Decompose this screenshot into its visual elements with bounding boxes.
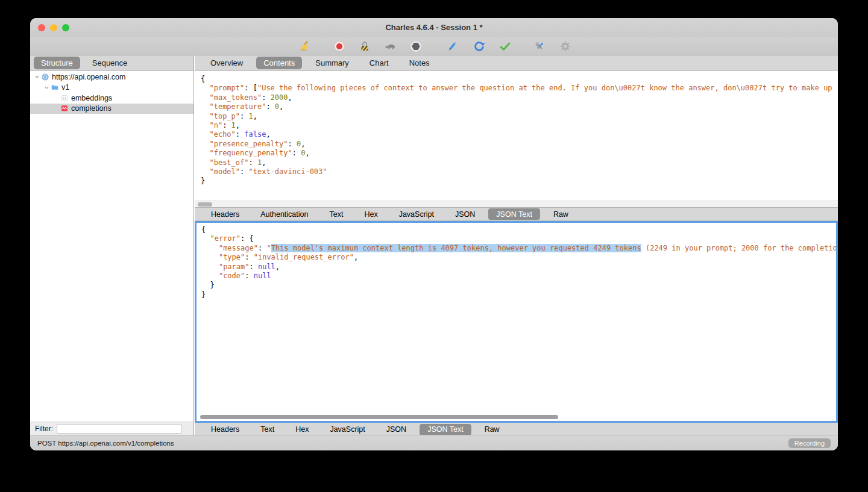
tree-label-host[interactable]: https://api.openai.com [52,73,125,81]
content-tabbar: Overview Contents Summary Chart Notes [195,55,838,71]
clear-session-broom-icon[interactable] [298,40,311,53]
record-icon[interactable] [333,40,346,53]
tab-sequence[interactable]: Sequence [85,57,135,69]
ssl-proxying-lock-icon[interactable] [358,40,371,53]
tab-chart[interactable]: Chart [362,57,396,69]
tree-label-embeddings[interactable]: embeddings [71,94,112,102]
throttling-turtle-icon[interactable] [384,40,397,53]
chevron-down-icon[interactable] [42,83,51,92]
tab-resp-text[interactable]: Text [253,424,282,435]
tab-req-javascript[interactable]: JavaScript [391,208,442,220]
recording-badge: Recording [788,438,831,448]
tools-icon[interactable] [533,40,546,53]
sidebar-tabbar: Structure Sequence [30,55,193,71]
status-request-url: POST https://api.openai.com/v1/completio… [37,440,788,447]
tab-req-headers[interactable]: Headers [203,208,247,220]
tab-req-hex[interactable]: Hex [356,208,385,220]
tab-structure[interactable]: Structure [34,57,80,69]
desktop-background: Charles 4.6.4 - Session 1 * [0,0,868,492]
svg-text:{}: {} [63,96,66,100]
tab-resp-headers[interactable]: Headers [203,424,247,435]
settings-gear-icon[interactable] [559,40,572,53]
tab-notes[interactable]: Notes [402,57,437,69]
tab-contents[interactable]: Contents [256,57,302,69]
chevron-down-icon[interactable] [33,73,41,81]
tree-row-host[interactable]: https://api.openai.com [30,72,193,83]
tree-row-completions[interactable]: completions [30,104,193,114]
tree-label-v1[interactable]: v1 [61,83,69,92]
folder-icon [51,83,59,92]
request-horizontal-scrollbar[interactable] [195,201,838,207]
window-title: Charles 4.6.4 - Session 1 * [30,18,838,37]
tab-resp-javascript[interactable]: JavaScript [322,424,373,435]
tab-overview[interactable]: Overview [203,57,250,69]
structure-tree: https://api.openai.com v1 [30,72,193,422]
breakpoints-hexagon-icon[interactable] [409,40,423,53]
titlebar[interactable]: Charles 4.6.4 - Session 1 * [30,18,838,37]
tab-summary[interactable]: Summary [308,57,356,69]
request-scrollbar-thumb[interactable] [198,202,212,207]
status-bar: POST https://api.openai.com/v1/completio… [30,435,838,450]
tree-row-embeddings[interactable]: {} embeddings [30,93,193,104]
tab-resp-raw[interactable]: Raw [477,424,508,435]
tab-req-authentication[interactable]: Authentication [253,208,316,220]
tree-row-v1[interactable]: v1 [30,83,193,93]
response-json-pane[interactable]: { "error": { "message": "This model's ma… [197,223,836,421]
request-json-pane[interactable]: { "prompt": ["Use the following pieces o… [195,72,838,201]
request-tabbar: Headers Authentication Text Hex JavaScri… [195,207,838,221]
tab-req-json-text[interactable]: JSON Text [488,208,540,220]
filter-label: Filter: [35,425,53,433]
chart-document-icon [60,104,69,113]
sidebar: Structure Sequence https://api [30,55,194,435]
charles-window: Charles 4.6.4 - Session 1 * [30,18,838,450]
tab-resp-hex[interactable]: Hex [288,424,316,435]
compose-pencil-icon[interactable] [445,40,459,53]
json-document-icon: {} [60,94,69,102]
toolbar [30,37,838,55]
tab-req-raw[interactable]: Raw [546,208,576,220]
response-scrollbar-thumb[interactable] [200,415,558,419]
tab-req-json[interactable]: JSON [447,208,483,220]
response-json-panel: { "error": { "message": "This model's ma… [195,221,838,423]
globe-icon [41,73,49,81]
repeat-icon[interactable] [473,40,486,53]
filter-input[interactable] [57,424,182,434]
tab-resp-json[interactable]: JSON [379,424,414,435]
content-area: Overview Contents Summary Chart Notes { … [195,55,838,435]
tab-req-text[interactable]: Text [321,208,351,220]
tab-resp-json-text[interactable]: JSON Text [420,424,471,435]
tree-label-completions[interactable]: completions [71,104,112,113]
validate-check-icon[interactable] [498,40,512,53]
filter-bar: Filter: [30,422,193,435]
